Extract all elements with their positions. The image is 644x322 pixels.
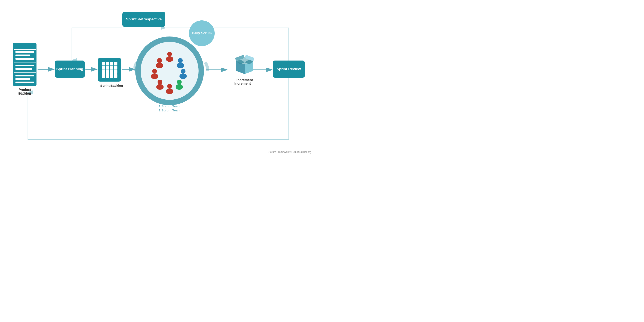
svg-point-18 (166, 88, 173, 94)
grid-cell (110, 62, 113, 66)
product-backlog-box (13, 43, 36, 86)
svg-point-9 (167, 52, 172, 56)
svg-point-24 (156, 63, 163, 68)
grid-cell (102, 66, 105, 70)
grid-cell (110, 66, 113, 70)
svg-point-21 (152, 69, 157, 74)
sprint-retrospective: Sprint Retrospective (122, 12, 165, 28)
increment-text-label: Increment (228, 82, 258, 86)
sprint-planning: Sprint Planning (55, 60, 85, 82)
sprint-retrospective-label: Sprint Retrospective (126, 17, 162, 22)
svg-point-10 (166, 56, 173, 62)
increment: Increment (228, 52, 262, 86)
svg-point-14 (180, 74, 187, 79)
scrum-team-label: 1 Scrum Team (159, 104, 180, 108)
grid-cell (110, 70, 113, 74)
daily-scrum: Daily Scrum (189, 20, 217, 48)
sprint-backlog-box (98, 58, 121, 82)
product-backlog: Product Backlog (13, 43, 36, 90)
sprint-review-box: Sprint Review (273, 60, 305, 78)
svg-point-11 (178, 58, 183, 63)
grid-cell (110, 74, 113, 78)
copyright-text: Scrum Framework © 2020 Scrum.org (268, 150, 311, 154)
svg-point-19 (158, 80, 162, 84)
daily-scrum-label: Daily Scrum (192, 31, 212, 36)
svg-point-12 (177, 63, 184, 68)
team-people-svg (146, 47, 193, 94)
svg-point-15 (177, 80, 182, 84)
grid-cell (106, 70, 109, 74)
grid-cell (114, 66, 118, 70)
svg-point-23 (157, 58, 162, 63)
grid-cell (106, 66, 109, 70)
grid-cell (102, 62, 105, 66)
sprint-planning-box: Sprint Planning (55, 60, 85, 78)
svg-point-13 (181, 69, 186, 74)
grid-cell (102, 74, 105, 78)
sprint-backlog-grid (102, 62, 118, 78)
grid-cell (114, 62, 118, 66)
scrum-team-text-label: 1 Scrum Team (135, 108, 204, 112)
diagram-container: Product Backlog Sprint Planning (0, 0, 322, 161)
grid-cell (114, 74, 118, 78)
grid-cell (102, 70, 105, 74)
sprint-retrospective-box: Sprint Retrospective (122, 12, 165, 27)
sprint-backlog-label: Sprint Backlog (98, 84, 126, 87)
svg-point-16 (176, 84, 183, 90)
increment-box-icon (232, 52, 258, 75)
svg-point-22 (151, 74, 158, 79)
sprint-review-label: Sprint Review (277, 67, 301, 71)
svg-point-17 (167, 84, 172, 89)
svg-point-20 (156, 84, 164, 90)
daily-scrum-circle: Daily Scrum (189, 20, 215, 46)
grid-cell (114, 70, 118, 74)
sprint-planning-label: Sprint Planning (56, 67, 83, 71)
grid-cell (106, 62, 109, 66)
sprint-backlog: Sprint Backlog (98, 58, 126, 86)
grid-cell (106, 74, 109, 78)
scrum-circle-inner: 1 Scrum Team (140, 42, 198, 100)
product-backlog-text-label: Product Backlog (13, 88, 36, 95)
sprint-review: Sprint Review (273, 60, 305, 80)
